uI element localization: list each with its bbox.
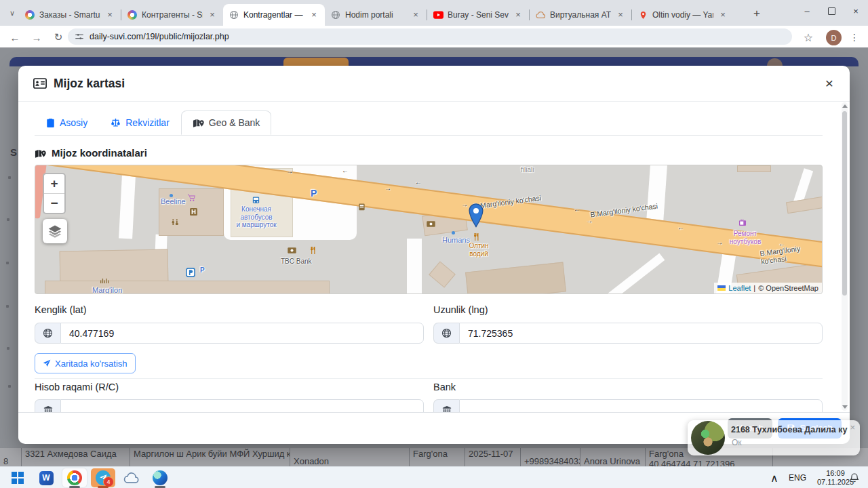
- caller-avatar: [691, 421, 725, 455]
- cart-map-icon: [187, 194, 196, 202]
- taskbar-word[interactable]: W: [34, 468, 58, 487]
- map-label: →: [286, 167, 293, 176]
- tab-close-icon[interactable]: ×: [410, 9, 421, 20]
- browser-tab[interactable]: Buray - Seni Sevmiyo×: [427, 4, 529, 26]
- map-label: →: [384, 184, 391, 192]
- browser-tab[interactable]: Виртуальная АТС×: [530, 4, 631, 26]
- tab-title: Kontragentlar — stac: [243, 10, 304, 20]
- tab-rekvizitlar[interactable]: Rekvizitlar: [99, 110, 181, 135]
- new-tab-button[interactable]: +: [749, 5, 765, 22]
- tab-title: Заказы - Smartup: [39, 10, 100, 20]
- phone-cell: +998934840338: [524, 456, 576, 466]
- map-label: TBC Bank: [281, 258, 312, 266]
- divider: [35, 378, 823, 379]
- tab-close-icon[interactable]: ×: [513, 9, 524, 20]
- map-label: Олтин водий: [462, 242, 495, 258]
- bank-input-group: [433, 399, 823, 412]
- tab-close-icon[interactable]: ×: [615, 9, 626, 20]
- bookmark-star-icon[interactable]: ☆: [800, 29, 816, 45]
- section-title-text: Mijoz koordinatalari: [52, 147, 147, 159]
- clipped-input-row: [35, 399, 823, 412]
- start-button[interactable]: [5, 468, 30, 487]
- section-title: Mijoz koordinatalari: [35, 147, 147, 159]
- url-text: daily-suvi.com/19l/public/mijozlar.php: [90, 32, 229, 41]
- lng-input[interactable]: 71.725365: [459, 323, 823, 344]
- toast-title: 2168 Тухлибоева Далила кушт…: [731, 425, 848, 434]
- show-on-map-label: Xaritada ko'rsatish: [55, 359, 127, 369]
- address-cell: Маргилон ш Арик буйи МФЙ Хуршид куча 99: [134, 449, 286, 459]
- globe-icon: [35, 323, 60, 344]
- taskbar-telegram[interactable]: 4: [91, 468, 115, 487]
- browser-profile-avatar[interactable]: D: [826, 30, 842, 45]
- language-indicator[interactable]: ENG: [789, 467, 806, 488]
- browser-tab[interactable]: Hodim portali×: [325, 4, 427, 26]
- osm-link[interactable]: © OpenStreetMap: [758, 284, 818, 292]
- tab-search-chevron-icon[interactable]: ∨: [5, 6, 19, 20]
- tab-close-icon[interactable]: ×: [309, 9, 319, 20]
- window-maximize-button[interactable]: [819, 0, 844, 22]
- scrollbar-thumb[interactable]: [842, 111, 847, 296]
- cash-map-icon: [427, 221, 435, 227]
- taskbar-chrome[interactable]: [62, 468, 87, 487]
- call-notification-toast[interactable]: 2168 Тухлибоева Далила кушт… Ок ×: [688, 420, 860, 455]
- scroll-up-arrow[interactable]: [842, 104, 848, 108]
- layers-icon: [47, 224, 62, 239]
- tab-close-icon[interactable]: ×: [104, 9, 115, 20]
- window-minimize-button[interactable]: –: [795, 0, 819, 22]
- taskbar-edge[interactable]: [148, 468, 172, 487]
- modal-tab-bar: Asosiy Rekvizitlar Geo & Bank: [35, 110, 823, 136]
- forward-button[interactable]: →: [28, 29, 45, 45]
- leaflet-link[interactable]: Leaflet: [728, 284, 751, 292]
- map-attribution: Leaflet | © OpenStreetMap: [714, 283, 822, 293]
- map-label: Marg'ilon: [92, 286, 122, 294]
- map-marker-pin[interactable]: [468, 203, 484, 230]
- tab-close-icon[interactable]: ×: [207, 9, 218, 20]
- browser-tab[interactable]: Kontragentlar — stac×: [223, 4, 325, 26]
- tab-close-icon[interactable]: ×: [717, 9, 728, 20]
- notification-bell-icon[interactable]: [849, 467, 860, 488]
- cloud-icon: [123, 472, 140, 484]
- map-label: Ремонт ноутбуков: [722, 230, 769, 245]
- tab-label: Asosiy: [60, 117, 87, 128]
- lng-input-group: 71.725365: [433, 323, 823, 344]
- browser-tab[interactable]: Контрагенты - Smart×: [121, 4, 223, 26]
- zoom-in-button[interactable]: +: [44, 174, 64, 194]
- word-icon: W: [39, 471, 54, 485]
- fork-map-icon: [309, 246, 317, 255]
- map-layers-control[interactable]: [43, 219, 67, 243]
- map-label: →: [586, 217, 593, 225]
- taskbar-chevron-icon[interactable]: ∧: [770, 467, 778, 488]
- date-cell: 2025-11-07: [469, 449, 517, 459]
- tab-title: Контрагенты - Smart: [142, 10, 203, 20]
- account-input[interactable]: [60, 399, 424, 412]
- address-bar[interactable]: daily-suvi.com/19l/public/mijozlar.php: [68, 28, 792, 45]
- tab-title: Hodim portali: [345, 10, 406, 20]
- modal-scrollbar[interactable]: [842, 102, 848, 411]
- reload-button[interactable]: ↻: [50, 29, 66, 45]
- tab-asosiy[interactable]: Asosiy: [35, 110, 99, 135]
- tab-title: Виртуальная АТС: [550, 10, 611, 20]
- lat-input[interactable]: 40.477169: [60, 323, 424, 344]
- zoom-out-button[interactable]: −: [44, 194, 64, 213]
- window-close-button[interactable]: ×: [844, 0, 868, 22]
- back-button[interactable]: ←: [7, 29, 23, 45]
- ukraine-flag-icon: [717, 285, 726, 291]
- toast-close-icon[interactable]: ×: [850, 422, 855, 432]
- browser-tab[interactable]: Заказы - Smartup×: [19, 4, 121, 26]
- modal-close-button[interactable]: ×: [820, 74, 839, 93]
- bank-input[interactable]: [459, 399, 823, 412]
- show-on-map-button[interactable]: Xaritada ko'rsatish: [35, 353, 136, 373]
- bank-label: Bank: [433, 382, 456, 392]
- tab-geo-bank[interactable]: Geo & Bank: [181, 110, 272, 135]
- globe-icon: [433, 323, 459, 344]
- map-label: ←: [342, 167, 349, 175]
- browser-tab[interactable]: Oltin vodiy — Yande×: [632, 4, 734, 26]
- windows-taskbar: W 4 ∧ ENG 16:09 07.11.2025: [0, 466, 868, 488]
- modal-title: Mijoz kartasi: [54, 77, 125, 91]
- site-info-icon[interactable]: [75, 32, 84, 41]
- taskbar-cloud-app[interactable]: [119, 468, 144, 487]
- scroll-down-arrow[interactable]: [842, 405, 848, 409]
- leaflet-map[interactable]: + − Leaflet | © OpenStreetMap BeelineКон…: [35, 165, 823, 294]
- browser-menu-icon[interactable]: ⋮: [846, 29, 863, 45]
- fork-map-icon: [473, 232, 480, 241]
